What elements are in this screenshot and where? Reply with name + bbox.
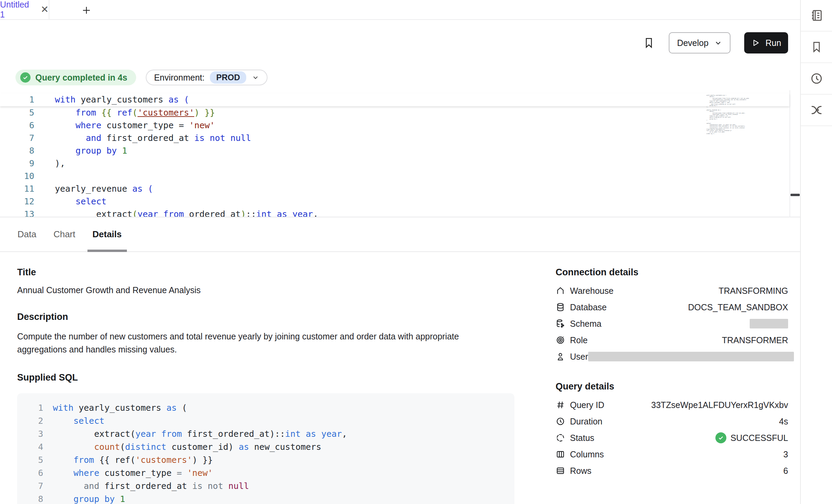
row-value <box>588 352 794 361</box>
bookmark-button[interactable] <box>643 37 655 49</box>
title-heading: Title <box>17 267 514 278</box>
code-line: 6 where customer_type = 'new' <box>0 119 789 132</box>
editor-scrollbar[interactable] <box>789 90 799 217</box>
code-text: yearly_revenue as ( <box>55 182 153 195</box>
environment-selector[interactable]: Environment: PROD <box>146 70 268 85</box>
play-icon <box>751 38 760 47</box>
bookmark-icon <box>810 40 823 53</box>
chevron-down-icon <box>714 39 722 47</box>
code-text: where customer_type = 'new' <box>53 467 213 480</box>
clock-icon <box>556 417 565 426</box>
row-label: Warehouse <box>570 286 614 296</box>
tab-chart[interactable]: Chart <box>48 217 81 251</box>
sql-editor[interactable]: 1with yearly_customers as ( 5 from {{ re… <box>0 93 800 217</box>
line-number: 5 <box>0 106 34 119</box>
environment-label: Environment: <box>154 73 204 83</box>
code-text: group by 1 <box>53 493 125 504</box>
code-line: 6 where customer_type = 'new' <box>17 467 508 480</box>
editor-minimap[interactable]: with yearly_customers as ( select extrac… <box>706 95 749 139</box>
result-tab-bar: DataChartDetails <box>0 218 800 252</box>
history-clock-sidebar-button[interactable] <box>801 63 832 95</box>
title-value: Annual Customer Growth and Revenue Analy… <box>17 285 514 295</box>
code-text: extract(year from ordered_at)::int as ye… <box>55 208 318 217</box>
connection-details-rows: WarehouseTRANSFORMINGDatabaseDOCS_TEAM_S… <box>556 283 788 365</box>
line-number: 8 <box>0 144 34 157</box>
scrollbar-thumb[interactable] <box>791 194 800 196</box>
query-status-text: Query completed in 4s <box>35 73 127 83</box>
code-text: with yearly_customers as ( <box>53 401 187 415</box>
develop-button[interactable]: Develop <box>669 32 730 53</box>
code-text: ), <box>55 157 65 170</box>
row-label: Duration <box>570 417 603 427</box>
success-check-icon <box>715 432 726 443</box>
line-number: 1 <box>17 401 43 415</box>
description-heading: Description <box>17 312 514 322</box>
columns-row: Columns3 <box>556 446 788 463</box>
notebook-sidebar-button[interactable] <box>801 0 832 32</box>
supplied-sql-block: 1with yearly_customers as (2 select3 ext… <box>17 393 514 504</box>
line-number: 11 <box>0 182 34 195</box>
row-label: Columns <box>570 449 604 459</box>
code-line: 1with yearly_customers as ( <box>17 401 508 415</box>
lineage-sidebar-button[interactable] <box>801 95 832 126</box>
line-number: 4 <box>17 441 43 454</box>
line-number: 13 <box>0 208 34 217</box>
line-number: 6 <box>0 119 34 132</box>
supplied-sql-heading: Supplied SQL <box>17 372 514 383</box>
code-line: 1with yearly_customers as ( <box>0 93 789 106</box>
code-line: 8 group by 1 <box>0 144 789 157</box>
row-value <box>750 319 788 328</box>
right-sidebar <box>800 0 832 504</box>
develop-label: Develop <box>677 38 709 48</box>
status-row: Query completed in 4s Environment: PROD <box>15 70 268 85</box>
warehouse-row: WarehouseTRANSFORMING <box>556 283 788 299</box>
tab-data[interactable]: Data <box>12 217 41 251</box>
line-number: 6 <box>17 467 43 480</box>
code-text: select <box>55 195 107 208</box>
code-text: and first_ordered_at is not null <box>53 480 249 493</box>
details-left-column: Title Annual Customer Growth and Revenue… <box>17 253 514 504</box>
row-value: 6 <box>783 466 788 476</box>
file-tab-bar: Untitled 1 ✕ <box>0 0 800 20</box>
row-label: Schema <box>570 319 602 329</box>
line-number: 12 <box>0 195 34 208</box>
line-number: 3 <box>17 428 43 441</box>
lineage-icon <box>809 103 824 117</box>
user-row: User <box>556 348 788 365</box>
plus-icon <box>81 5 92 15</box>
close-tab-icon[interactable]: ✕ <box>41 5 49 14</box>
row-value: SUCCESSFUL <box>715 432 788 443</box>
code-line: 4 count(distinct customer_id) as new_cus… <box>17 441 508 454</box>
code-line: 5 from {{ ref('customers') }} <box>0 106 789 119</box>
code-text: where customer_type = 'new' <box>55 119 215 132</box>
query-details-heading: Query details <box>556 381 788 392</box>
tab-untitled-1[interactable]: Untitled 1 ✕ <box>0 0 49 19</box>
row-value: 33TZseWpe1ALFDUYerxR1gVKxbv <box>651 400 788 410</box>
line-number: 2 <box>17 415 43 428</box>
editor-sticky-line: 1with yearly_customers as ( <box>0 93 789 106</box>
rows-row: Rows6 <box>556 463 788 479</box>
code-text: extract(year from first_ordered_at)::int… <box>53 428 347 441</box>
row-label: Database <box>570 302 607 312</box>
chevron-down-icon <box>252 74 259 81</box>
connection-details-heading: Connection details <box>556 267 788 278</box>
bookmark-sidebar-button[interactable] <box>801 32 832 63</box>
row-label: User <box>570 352 588 362</box>
line-number: 9 <box>0 157 34 170</box>
code-line: 3 extract(year from first_ordered_at)::i… <box>17 428 508 441</box>
redacted-value <box>750 319 788 328</box>
new-tab-button[interactable] <box>80 4 93 16</box>
code-text: from {{ ref('customers') }} <box>53 454 213 467</box>
schema-row: Schema <box>556 315 788 332</box>
code-text: group by 1 <box>55 144 127 157</box>
run-button[interactable]: Run <box>744 32 788 53</box>
rows-icon <box>556 466 565 476</box>
line-number: 1 <box>0 93 34 106</box>
warehouse-icon <box>556 286 565 296</box>
code-text: from {{ ref('customers') }} <box>55 106 215 119</box>
code-line: 2 select <box>17 415 508 428</box>
line-number: 8 <box>17 493 43 504</box>
tab-details[interactable]: Details <box>87 217 127 251</box>
role-icon <box>556 335 565 345</box>
row-value: 3 <box>783 449 788 459</box>
